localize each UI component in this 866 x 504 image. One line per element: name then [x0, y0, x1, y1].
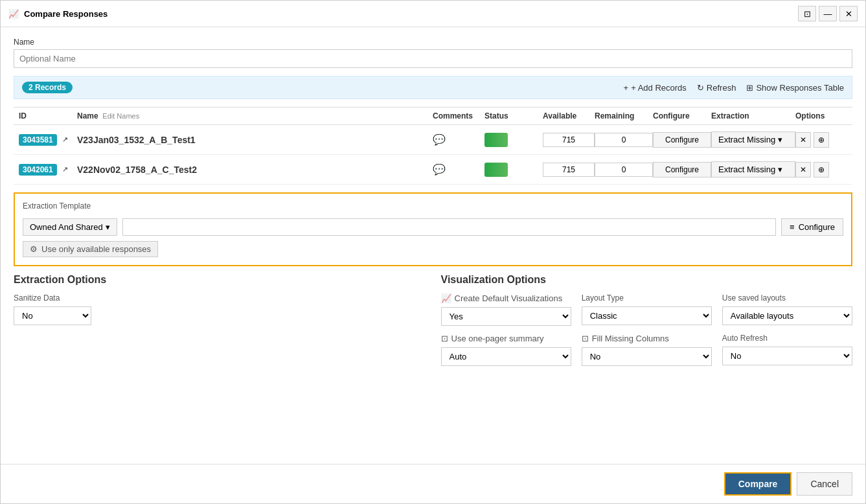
owned-shared-chevron-icon: ▾	[106, 222, 110, 232]
table-header-row: ID Name Edit Names Comments Status Avail…	[14, 108, 852, 125]
row2-options-cell: ✕ ⊕	[795, 162, 847, 178]
cancel-button[interactable]: Cancel	[797, 472, 852, 496]
minimize-button[interactable]: —	[819, 6, 837, 21]
window-title: 📈 Compare Responses	[8, 9, 108, 19]
auto-refresh-group: Auto Refresh No Yes	[722, 334, 852, 366]
show-responses-table-link[interactable]: ⊞ Show Responses Table	[746, 83, 844, 93]
row1-id-cell: 3043581 ↗	[19, 134, 77, 146]
layout-type-select[interactable]: Classic Modern	[582, 306, 712, 325]
main-window: 📈 Compare Responses ⊡ — ✕ Name 2 Records…	[0, 0, 866, 504]
add-records-link[interactable]: + + Add Records	[624, 83, 687, 93]
row1-comment-icon[interactable]: 💬	[433, 133, 484, 146]
layout-type-group: Layout Type Classic Modern	[582, 293, 712, 326]
fill-icon: ⊡	[582, 334, 589, 343]
row1-configure-button[interactable]: Configure	[653, 132, 711, 148]
owned-shared-dropdown[interactable]: Owned And Shared ▾	[23, 218, 117, 236]
header-remaining: Remaining	[595, 111, 653, 120]
fill-missing-label: ⊡ Fill Missing Columns	[582, 334, 712, 343]
use-saved-select[interactable]: Available layouts	[722, 306, 852, 325]
row2-open-icon[interactable]: ↗	[62, 165, 68, 174]
header-options: Options	[795, 111, 847, 120]
row2-status	[484, 163, 543, 177]
extraction-template-box: Extraction Template Owned And Shared ▾ ≡…	[14, 192, 852, 266]
row2-status-bar	[484, 163, 508, 177]
row1-extract-chevron-icon: ▾	[778, 135, 782, 144]
refresh-icon: ↻	[697, 83, 704, 93]
row2-extract-button[interactable]: Extract Missing ▾	[711, 161, 795, 178]
header-comments: Comments	[433, 111, 484, 120]
records-bar: 2 Records + + Add Records ↻ Refresh ⊞ Sh…	[14, 76, 852, 99]
header-configure: Configure	[653, 111, 711, 120]
maximize-button[interactable]: ⊡	[798, 6, 816, 21]
header-name: Name Edit Names	[77, 111, 433, 120]
row1-available: 715	[543, 133, 595, 147]
sanitize-label: Sanitize Data	[14, 293, 426, 303]
row1-extract-button[interactable]: Extract Missing ▾	[711, 132, 795, 148]
row1-open-icon[interactable]: ↗	[62, 135, 68, 144]
extraction-configure-button[interactable]: ≡ Configure	[781, 218, 843, 236]
row2-comment-icon[interactable]: 💬	[433, 163, 484, 176]
plus-icon: +	[624, 83, 629, 93]
use-saved-group: Use saved layouts Available layouts	[722, 293, 852, 326]
row1-status-bar	[484, 133, 508, 147]
row2-delete-button[interactable]: ✕	[795, 162, 811, 178]
options-section: Extraction Options Sanitize Data No Yes …	[14, 274, 852, 366]
close-button[interactable]: ✕	[839, 6, 858, 21]
row1-id-badge: 3043581	[19, 134, 57, 146]
one-pager-label: ⊡ Use one-pager summary	[441, 334, 571, 343]
compare-button[interactable]: Compare	[724, 472, 792, 496]
header-available: Available	[543, 111, 595, 120]
sliders-icon: ≡	[790, 222, 795, 232]
extraction-template-label: Extraction Template	[23, 201, 843, 211]
row2-configure-button[interactable]: Configure	[653, 162, 711, 178]
row2-name: V22Nov02_1758_A_C_Test2	[77, 165, 433, 175]
table-row: 3043581 ↗ V23Jan03_1532_A_B_Test1 💬 715 …	[14, 125, 852, 155]
name-input[interactable]	[14, 49, 852, 68]
sanitize-select[interactable]: No Yes	[14, 306, 91, 325]
fill-missing-group: ⊡ Fill Missing Columns No Yes	[582, 334, 712, 366]
extraction-options: Extraction Options Sanitize Data No Yes	[14, 274, 426, 366]
row1-remaining: 0	[595, 133, 653, 147]
titlebar: 📈 Compare Responses ⊡ — ✕	[1, 1, 865, 27]
visualization-options-title: Visualization Options	[441, 274, 853, 286]
table-row: 3042061 ↗ V22Nov02_1758_A_C_Test2 💬 715 …	[14, 155, 852, 185]
extraction-template-controls: Owned And Shared ▾	[23, 218, 776, 236]
auto-refresh-select[interactable]: No Yes	[722, 347, 852, 365]
row2-id-badge: 3042061	[19, 164, 57, 176]
row2-extract-chevron-icon: ▾	[778, 165, 782, 174]
use-available-responses-button[interactable]: ⚙ Use only available responses	[23, 241, 158, 257]
records-badge: 2 Records	[22, 82, 73, 93]
fill-missing-select[interactable]: No Yes	[582, 347, 712, 366]
gear-icon: ⚙	[30, 244, 38, 254]
main-content: Name 2 Records + + Add Records ↻ Refresh…	[1, 27, 865, 464]
titlebar-controls: ⊡ — ✕	[798, 6, 858, 21]
chart-small-icon: 📈	[441, 293, 451, 303]
window-title-text: Compare Responses	[24, 9, 108, 19]
one-pager-select[interactable]: Auto Yes No	[441, 347, 571, 366]
create-viz-select[interactable]: Yes No	[441, 307, 571, 326]
one-pager-icon: ⊡	[441, 334, 448, 343]
extraction-template-input[interactable]	[122, 218, 776, 236]
table-icon: ⊞	[746, 83, 753, 93]
row1-status	[484, 133, 543, 147]
records-table: ID Name Edit Names Comments Status Avail…	[14, 107, 852, 185]
header-status: Status	[484, 111, 543, 120]
one-pager-group: ⊡ Use one-pager summary Auto Yes No	[441, 334, 571, 366]
use-saved-label: Use saved layouts	[722, 293, 852, 303]
sanitize-group: Sanitize Data No Yes	[14, 293, 426, 325]
visualization-options: Visualization Options 📈 Create Default V…	[441, 274, 853, 366]
row1-options-cell: ✕ ⊕	[795, 132, 847, 148]
auto-refresh-label: Auto Refresh	[722, 334, 852, 343]
row1-move-button[interactable]: ⊕	[814, 132, 829, 148]
refresh-link[interactable]: ↻ Refresh	[697, 83, 736, 93]
records-actions: + + Add Records ↻ Refresh ⊞ Show Respons…	[624, 83, 844, 93]
create-viz-group: 📈 Create Default Visualizations Yes No	[441, 293, 571, 326]
extraction-options-title: Extraction Options	[14, 274, 426, 286]
row1-delete-button[interactable]: ✕	[795, 132, 811, 148]
header-id: ID	[19, 111, 77, 120]
header-extraction: Extraction	[711, 111, 795, 120]
row2-move-button[interactable]: ⊕	[814, 162, 829, 178]
layout-type-label: Layout Type	[582, 293, 712, 303]
name-label: Name	[14, 38, 852, 47]
row1-name: V23Jan03_1532_A_B_Test1	[77, 135, 433, 145]
